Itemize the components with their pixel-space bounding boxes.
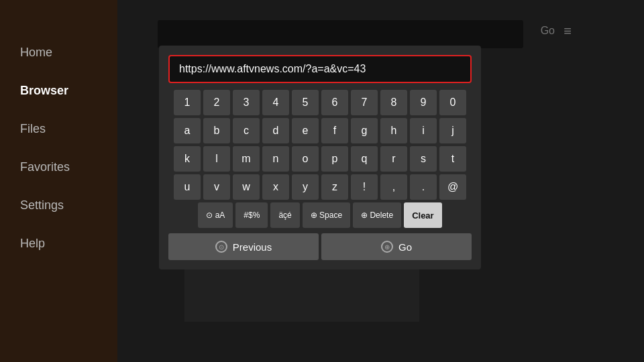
- action-row: ⊙ Previous ⊕ Go: [168, 233, 472, 260]
- key-5[interactable]: 5: [292, 90, 319, 115]
- key-6[interactable]: 6: [321, 90, 348, 115]
- url-text: https://www.aftvnews.com/?a=a&vc=43: [179, 63, 366, 74]
- sidebar-help-label: Help: [20, 237, 45, 250]
- sidebar-home-label: Home: [20, 46, 52, 59]
- sidebar-item-files[interactable]: Files: [0, 110, 117, 148]
- key-l[interactable]: l: [203, 146, 230, 172]
- sidebar: Home Browser Files Favorites Settings He…: [0, 0, 117, 362]
- key-comma[interactable]: ,: [380, 174, 407, 200]
- key-h[interactable]: h: [380, 118, 407, 143]
- key-space[interactable]: ⊕ Space: [303, 202, 350, 228]
- key-exclaim[interactable]: !: [351, 174, 378, 200]
- go-button[interactable]: ⊕ Go: [321, 233, 472, 260]
- key-row-numbers: 1 2 3 4 5 6 7 8 9 0: [168, 90, 472, 115]
- key-e[interactable]: e: [292, 118, 319, 143]
- key-at[interactable]: @: [439, 174, 466, 200]
- key-accents[interactable]: äçé: [270, 202, 299, 228]
- key-9[interactable]: 9: [410, 90, 437, 115]
- key-row-aj: a b c d e f g h i j: [168, 118, 472, 143]
- go-icon: ⊕: [381, 241, 393, 253]
- key-f[interactable]: f: [321, 118, 348, 143]
- key-7[interactable]: 7: [351, 90, 378, 115]
- key-u[interactable]: u: [174, 174, 201, 200]
- key-k[interactable]: k: [174, 146, 201, 172]
- key-1[interactable]: 1: [174, 90, 201, 115]
- sidebar-files-label: Files: [20, 122, 46, 135]
- sidebar-item-browser[interactable]: Browser: [0, 72, 117, 110]
- key-r[interactable]: r: [380, 146, 407, 172]
- sidebar-item-favorites[interactable]: Favorites: [0, 148, 117, 186]
- keyboard-dialog: https://www.aftvnews.com/?a=a&vc=43 1 2 …: [159, 46, 481, 269]
- key-d[interactable]: d: [262, 118, 289, 143]
- key-clear[interactable]: Clear: [404, 202, 442, 228]
- sidebar-item-help[interactable]: Help: [0, 225, 117, 263]
- key-g[interactable]: g: [351, 118, 378, 143]
- key-4[interactable]: 4: [262, 90, 289, 115]
- sidebar-item-settings[interactable]: Settings: [0, 186, 117, 225]
- previous-button[interactable]: ⊙ Previous: [168, 233, 319, 260]
- key-w[interactable]: w: [233, 174, 260, 200]
- key-m[interactable]: m: [233, 146, 260, 172]
- go-label: Go: [398, 241, 412, 253]
- sidebar-settings-label: Settings: [20, 198, 64, 212]
- key-z[interactable]: z: [321, 174, 348, 200]
- key-b[interactable]: b: [203, 118, 230, 143]
- key-a[interactable]: a: [174, 118, 201, 143]
- previous-label: Previous: [233, 241, 272, 253]
- sidebar-browser-label: Browser: [20, 84, 68, 97]
- sidebar-favorites-label: Favorites: [20, 160, 70, 174]
- key-2[interactable]: 2: [203, 90, 230, 115]
- key-period[interactable]: .: [410, 174, 437, 200]
- key-y[interactable]: y: [292, 174, 319, 200]
- key-symbols[interactable]: #$%: [235, 202, 268, 228]
- key-p[interactable]: p: [321, 146, 348, 172]
- key-delete[interactable]: ⊕ Delete: [353, 202, 401, 228]
- key-x[interactable]: x: [262, 174, 289, 200]
- key-v[interactable]: v: [203, 174, 230, 200]
- key-row-special: ⊙ aA #$% äçé ⊕ Space ⊕ Delete Clear: [168, 202, 472, 228]
- key-caps[interactable]: ⊙ aA: [198, 202, 233, 228]
- key-c[interactable]: c: [233, 118, 260, 143]
- virtual-keyboard: 1 2 3 4 5 6 7 8 9 0 a b c d e f g h i j …: [168, 90, 472, 228]
- key-n[interactable]: n: [262, 146, 289, 172]
- previous-icon: ⊙: [215, 241, 227, 253]
- sidebar-item-home[interactable]: Home: [0, 34, 117, 72]
- url-input[interactable]: https://www.aftvnews.com/?a=a&vc=43: [168, 55, 472, 83]
- key-0[interactable]: 0: [439, 90, 466, 115]
- key-s[interactable]: s: [410, 146, 437, 172]
- key-o[interactable]: o: [292, 146, 319, 172]
- key-row-kt: k l m n o p q r s t: [168, 146, 472, 172]
- key-8[interactable]: 8: [380, 90, 407, 115]
- key-i[interactable]: i: [410, 118, 437, 143]
- key-3[interactable]: 3: [233, 90, 260, 115]
- key-row-uz: u v w x y z ! , . @: [168, 174, 472, 200]
- key-q[interactable]: q: [351, 146, 378, 172]
- key-j[interactable]: j: [439, 118, 466, 143]
- key-t[interactable]: t: [439, 146, 466, 172]
